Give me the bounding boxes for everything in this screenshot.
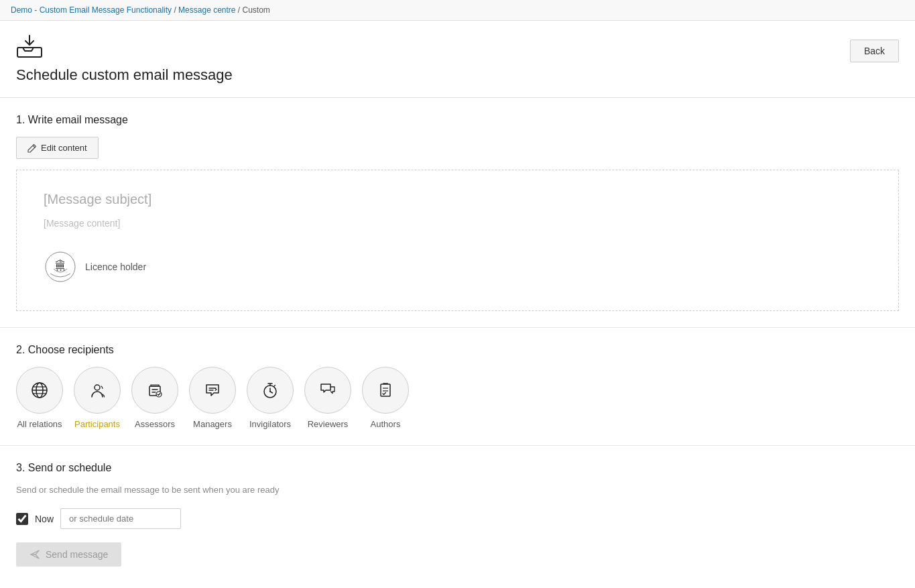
svg-point-10 [95, 385, 100, 390]
breadcrumb-link-demo[interactable]: Demo - Custom Email Message Functionalit… [11, 5, 172, 15]
invigilators-icon-circle [247, 367, 294, 414]
edit-content-button[interactable]: Edit content [16, 137, 99, 159]
managers-label: Managers [193, 419, 232, 429]
step2-title: 2. Choose recipients [16, 344, 899, 356]
assessors-icon [145, 381, 164, 400]
managers-icon-circle [189, 367, 236, 414]
recipient-reviewers[interactable]: Reviewers [304, 367, 351, 429]
edit-icon [27, 143, 37, 153]
svg-text:🏛: 🏛 [55, 259, 66, 271]
authors-icon-circle [362, 367, 409, 414]
recipient-participants[interactable]: Participants [74, 367, 121, 429]
page-icon [16, 34, 233, 64]
send-subtitle: Send or schedule the email message to be… [16, 485, 899, 495]
recipient-assessors[interactable]: Assessors [131, 367, 178, 429]
choose-recipients-section: 2. Choose recipients All relations [0, 328, 915, 446]
back-button[interactable]: Back [850, 40, 899, 62]
send-schedule-section: 3. Send or schedule Send or schedule the… [0, 446, 915, 583]
send-message-label: Send message [46, 549, 108, 560]
licence-logo: ⚜ ✦✦✦ 🏛 [44, 250, 77, 284]
authors-icon [376, 381, 395, 400]
title-group: Schedule custom email message [16, 34, 233, 84]
breadcrumb-link-message-centre[interactable]: Message centre [178, 5, 235, 15]
send-icon [29, 549, 40, 560]
now-checkbox[interactable] [16, 513, 28, 525]
svg-point-14 [269, 391, 271, 392]
step1-title: 1. Write email message [16, 114, 899, 126]
licence-holder-label: Licence holder [85, 261, 146, 272]
all-relations-label: All relations [17, 419, 62, 429]
page-title: Schedule custom email message [16, 66, 233, 84]
assessors-icon-circle [131, 367, 178, 414]
recipient-managers[interactable]: Managers [189, 367, 236, 429]
now-label: Now [35, 514, 54, 524]
assessors-label: Assessors [135, 419, 175, 429]
breadcrumb: Demo - Custom Email Message Functionalit… [0, 0, 915, 21]
email-preview: [Message subject] [Message content] ⚜ ✦✦… [16, 170, 899, 311]
step3-title: 3. Send or schedule [16, 462, 899, 474]
send-message-button[interactable]: Send message [16, 542, 121, 567]
managers-icon [203, 381, 222, 400]
breadcrumb-current: Custom [243, 5, 270, 15]
invigilators-label: Invigilators [249, 419, 291, 429]
participants-icon-circle [74, 367, 121, 414]
all-relations-icon-circle [16, 367, 63, 414]
svg-rect-15 [381, 384, 390, 396]
svg-rect-0 [17, 48, 42, 57]
schedule-date-input[interactable] [60, 508, 181, 529]
recipient-all-relations[interactable]: All relations [16, 367, 63, 429]
recipient-invigilators[interactable]: Invigilators [247, 367, 294, 429]
reviewers-icon [318, 381, 337, 400]
reviewers-icon-circle [304, 367, 351, 414]
email-signature: ⚜ ✦✦✦ 🏛 Licence holder [44, 250, 871, 284]
email-subject: [Message subject] [44, 192, 871, 207]
recipients-grid: All relations Participants [16, 367, 899, 429]
invigilators-icon [261, 381, 280, 400]
participants-label: Participants [74, 419, 120, 429]
authors-label: Authors [371, 419, 401, 429]
page-header: Schedule custom email message Back [0, 21, 915, 98]
participants-icon [88, 381, 107, 400]
email-content: [Message content] [44, 218, 871, 229]
now-row: Now [16, 508, 899, 529]
globe-icon [30, 381, 49, 400]
recipient-authors[interactable]: Authors [362, 367, 409, 429]
write-email-section: 1. Write email message Edit content [Mes… [0, 98, 915, 328]
page-container: Schedule custom email message Back 1. Wr… [0, 21, 915, 583]
reviewers-label: Reviewers [308, 419, 349, 429]
